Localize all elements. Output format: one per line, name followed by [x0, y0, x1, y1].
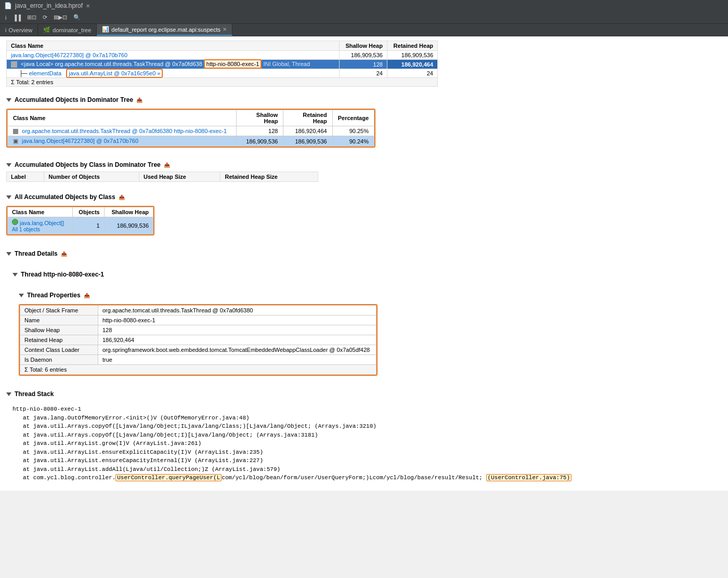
table-row[interactable]: org.apache.tomcat.util.threads.TaskThrea… — [8, 126, 374, 136]
collapse-icon — [6, 252, 11, 256]
table-row: Name http-nio-8080-exec-1 — [20, 316, 376, 325]
retained-heap-cell: 186,920,464 — [387, 60, 437, 69]
shallow-header: Shallow Heap — [104, 207, 153, 217]
field-label: Retained Heap — [20, 335, 98, 345]
retained-heap-header: Retained Heap — [283, 110, 332, 126]
percentage-header: Percentage — [332, 110, 374, 126]
grid-button[interactable]: ⊞⊡ — [25, 13, 38, 22]
thread-stack-header[interactable]: Thread Stack — [6, 387, 722, 401]
all-accumulated-table: Class Name Objects Shallow Heap java.lan… — [7, 207, 153, 234]
highlighted-code-2: com/ycl/blog/bean/form/user/UserQueryFor… — [222, 475, 483, 481]
tab-bar: i Overview 🌿 dominator_tree 📊 default_re… — [0, 24, 728, 36]
thread-icon — [11, 61, 17, 68]
class-link[interactable]: java.lang.Object[467227380] @ 0x7a170b76… — [22, 138, 138, 144]
export-icon[interactable]: 📤 — [61, 251, 67, 257]
accumulated-table-wrapper: Class Name Shallow Heap Retained Heap Pe… — [6, 109, 375, 148]
all-accumulated-header[interactable]: All Accumulated Objects by Class 📤 — [6, 190, 722, 204]
used-heap-header: Used Heap Size — [139, 172, 220, 182]
info-icon: i — [5, 27, 6, 33]
table-row[interactable]: ▣ java.lang.Object[467227380] @ 0x7a170b… — [8, 136, 374, 147]
class-link[interactable]: java.lang.Object[]All 1 objects — [12, 220, 64, 232]
shallow-cell: 186,909,536 — [237, 136, 283, 147]
settings-button[interactable]: ⊠▶⊡ — [51, 13, 69, 22]
tab-dominator-tree[interactable]: 🌿 dominator_tree — [38, 24, 97, 36]
shallow-heap-header: Shallow Heap — [340, 41, 387, 51]
total-label: Total: 6 entries — [30, 366, 67, 373]
toolbar: i ▐▐ ⊞⊡ ⟳ ⊠▶⊡ 🔍 — [0, 11, 728, 24]
retained-heap-cell: 24 — [387, 69, 437, 78]
orange-border-link: java.util.ArrayList @ 0x7a16c95e0 » — [66, 69, 163, 78]
retained-cell: 186,909,536 — [283, 136, 332, 147]
thread-stack-code: http-nio-8080-exec-1 at java.lang.OutOfM… — [6, 401, 722, 487]
thread-name-highlight: http-nio-8080-exec-1 — [204, 59, 262, 69]
shallow-heap-header: Shallow Heap — [237, 110, 283, 126]
top-dominator-table: Class Name Shallow Heap Retained Heap ja… — [6, 41, 438, 87]
field-label: Name — [20, 316, 98, 325]
retained-cell: 186,920,464 — [283, 126, 332, 136]
section-title: Thread Properties — [27, 292, 81, 299]
accumulated-by-class-header[interactable]: Accumulated Objects by Class in Dominato… — [6, 158, 722, 172]
accumulated-objects-section: Accumulated Objects in Dominator Tree 📤 … — [0, 91, 728, 154]
thread-properties-section: Thread Properties 📤 Object / Stack Frame… — [0, 285, 728, 382]
retained-heap-cell: 186,909,536 — [387, 51, 437, 60]
section-title: Thread http-nio-8080-exec-1 — [21, 271, 104, 278]
field-label: Is Daemon — [20, 355, 98, 365]
class-link[interactable]: elementData — [29, 70, 64, 76]
by-class-table: Label Number of Objects Used Heap Size R… — [6, 172, 318, 182]
accumulated-by-class-section: Accumulated Objects by Class in Dominato… — [0, 154, 728, 186]
tab-overview[interactable]: i Overview — [0, 24, 38, 36]
search-button[interactable]: 🔍 — [71, 13, 83, 22]
table-row: Object / Stack Frame org.apache.tomcat.u… — [20, 306, 376, 316]
field-value: org.springframework.boot.web.embedded.to… — [98, 345, 376, 355]
field-value: org.apache.tomcat.util.threads.TaskThrea… — [98, 306, 376, 316]
thread-stack-section: Thread Stack http-nio-8080-exec-1 at jav… — [0, 382, 728, 491]
export-icon[interactable]: 📤 — [164, 162, 170, 168]
bar-chart-button[interactable]: ▐▐ — [10, 14, 23, 22]
table-row[interactable]: java.lang.Object[467227380] @ 0x7a170b76… — [7, 51, 438, 60]
total-row: Σ Total: 2 entries — [7, 78, 438, 87]
stack-frame-2: at java.util.Arrays.copyOf([Ljava/lang/O… — [12, 431, 716, 440]
class-link[interactable]: org.apache.tomcat.util.threads.TaskThrea… — [22, 128, 227, 134]
class-link[interactable]: java.lang.Object[467227380] @ 0x7a170b76… — [11, 52, 127, 58]
stack-frame-4: at java.util.ArrayList.ensureExplicitCap… — [12, 448, 716, 457]
class-name-header: Class Name — [8, 110, 237, 126]
stack-frame-3: at java.util.ArrayList.grow(I)V (ArrayLi… — [12, 439, 716, 448]
section-title: Accumulated Objects in Dominator Tree — [15, 96, 133, 103]
arraylist-link[interactable]: java.util.ArrayList @ 0x7a16c95e0 » — [69, 70, 160, 76]
field-label: Context Class Loader — [20, 345, 98, 355]
refresh-button[interactable]: ⟳ — [41, 13, 49, 22]
close-tab-icon[interactable]: ✕ — [86, 3, 90, 9]
table-row[interactable]: ├─ elementData java.util.ArrayList @ 0x7… — [7, 69, 438, 78]
field-value: 186,920,464 — [98, 335, 376, 345]
stack-frame-5: at java.util.ArrayList.ensureCapacityInt… — [12, 456, 716, 465]
info-button[interactable]: i — [3, 14, 8, 22]
tab-default-report[interactable]: 📊 default_report org.eclipse.mat.api:sus… — [97, 24, 232, 36]
percentage-cell: 90.24% — [332, 136, 374, 147]
table-row: Context Class Loader org.springframework… — [20, 345, 376, 355]
stack-frame-1: at java.util.Arrays.copyOf([Ljava/lang/O… — [12, 422, 716, 431]
shallow-heap-cell: 186,909,536 — [340, 51, 387, 60]
table-row[interactable]: java.lang.Object[]All 1 objects 1 186,90… — [8, 217, 153, 234]
export-icon[interactable]: 📤 — [136, 97, 142, 103]
table-row: Retained Heap 186,920,464 — [20, 335, 376, 345]
close-tab-button[interactable]: ✕ — [223, 27, 227, 32]
field-label: Shallow Heap — [20, 325, 98, 335]
green-circle-icon — [12, 219, 18, 225]
accumulated-objects-header[interactable]: Accumulated Objects in Dominator Tree 📤 — [6, 93, 722, 107]
export-icon[interactable]: 📤 — [119, 194, 125, 200]
thread-http-section: Thread http-nio-8080-exec-1 — [0, 265, 728, 285]
export-icon[interactable]: 📤 — [84, 293, 90, 298]
table-row[interactable]: <java Local> org.apache.tomcat.util.thre… — [7, 60, 438, 69]
objects-header: Objects — [72, 207, 104, 217]
stack-frame-7: at com.ycl.blog.controller.UserControlle… — [12, 474, 716, 482]
highlighted-code-1: UserController.queryPageUser(L — [115, 474, 222, 481]
thread-details-section: Thread Details 📤 — [0, 242, 728, 265]
shallow-cell: 128 — [237, 126, 283, 136]
shallow-heap-cell: 128 — [340, 60, 387, 69]
stack-frame-6: at java.util.ArrayList.addAll(Ljava/util… — [12, 465, 716, 474]
thread-http-header[interactable]: Thread http-nio-8080-exec-1 — [12, 268, 722, 281]
label-header: Label — [7, 172, 44, 182]
thread-properties-header[interactable]: Thread Properties 📤 — [19, 288, 722, 302]
thread-details-header[interactable]: Thread Details 📤 — [6, 247, 722, 260]
class-name-cell: ▣ java.lang.Object[467227380] @ 0x7a170b… — [8, 136, 237, 147]
